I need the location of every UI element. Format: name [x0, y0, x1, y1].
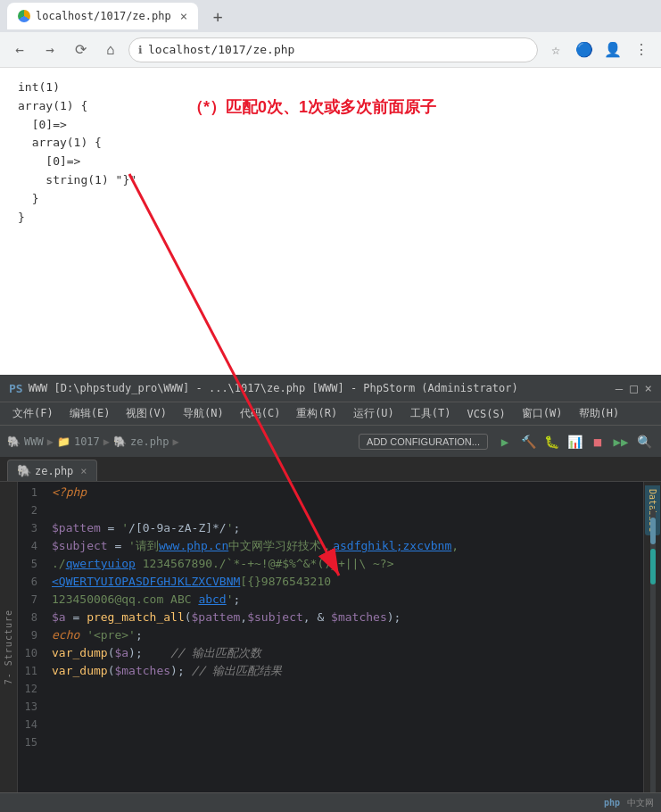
menu-window[interactable]: 窗口(W) [515, 404, 570, 423]
scrollbar-highlight [650, 549, 656, 584]
breadcrumb-elephant: 🐘 [7, 435, 21, 448]
menu-vcs[interactable]: VCS(S) [460, 406, 513, 422]
code-line-11: var_dump ( $matches ); // 输出匹配结果 [45, 662, 643, 680]
code-line-13 [45, 698, 643, 716]
phpstorm-title: WWW [D:\phpstudy_pro\WWW] - ...\1017\ze.… [29, 382, 518, 394]
code-line-5: ./qwertyuiop 1234567890./`*-+~!@#$%^&*()… [45, 555, 643, 573]
menu-view[interactable]: 视图(V) [119, 404, 174, 423]
phpstorm-logo: PS [9, 382, 23, 395]
menu-edit[interactable]: 编辑(E) [62, 404, 118, 423]
breadcrumb-elephant2: 🐘 [113, 435, 127, 448]
security-icon: ℹ [138, 44, 143, 56]
search-everywhere-icon[interactable]: 🔍 [634, 432, 654, 452]
browser-titlebar: localhost/1017/ze.php × + [0, 0, 661, 32]
phpstorm-menubar: 文件(F) 编辑(E) 视图(V) 导航(N) 代码(C) 重构(R) 运行(U… [0, 402, 661, 425]
php-output: int(1) array(1) { [0]=> array(1) { [0]=>… [18, 79, 643, 227]
code-area[interactable]: <?php $pattem = '/[0-9a-zA-Z]*/' ; $subj… [45, 482, 643, 812]
extension-icon[interactable]: 🔵 [572, 37, 597, 62]
browser-toolbar-right: ☆ 🔵 👤 ⋮ [543, 37, 654, 62]
forward-button[interactable]: → [37, 37, 62, 62]
php-logo: php [604, 798, 620, 808]
code-line-2 [45, 501, 643, 519]
tab-title: localhost/1017/ze.php [36, 10, 171, 22]
run-button[interactable]: ▶ [495, 432, 515, 452]
tab-elephant-icon: 🐘 [17, 464, 31, 477]
menu-help[interactable]: 帮助(H) [572, 404, 627, 423]
code-line-10: var_dump ( $a ); // 输出匹配次数 [45, 644, 643, 662]
home-button[interactable]: ⌂ [98, 37, 123, 62]
address-bar[interactable]: ℹ localhost/1017/ze.php [128, 37, 538, 62]
structure-label: 7- Structure [4, 609, 13, 684]
code-line-7: 123450006@qq.com ABC abcd' ; [45, 591, 643, 609]
browser-toolbar: ← → ⟳ ⌂ ℹ localhost/1017/ze.php ☆ 🔵 👤 ⋮ [0, 32, 661, 68]
menu-run[interactable]: 运行(U) [346, 404, 401, 423]
phpstorm-toolbar: 🐘 WWW ▶ 📁 1017 ▶ 🐘 ze.php ▶ ADD CONFIGUR… [0, 425, 661, 457]
url-text: localhost/1017/ze.php [148, 43, 294, 56]
phpstorm-statusbar: php 中文网 [0, 792, 661, 812]
add-configuration-button[interactable]: ADD CONFIGURATION... [359, 434, 488, 450]
code-line-15 [45, 733, 643, 751]
debug-icon[interactable]: 🐛 [541, 432, 561, 452]
close-button[interactable]: × [645, 381, 652, 395]
reload-button[interactable]: ⟳ [68, 37, 93, 62]
breadcrumb: 🐘 WWW ▶ 📁 1017 ▶ 🐘 ze.php ▶ [7, 435, 355, 448]
scrollbar-track[interactable] [650, 509, 656, 808]
chinese-network-label: 中文网 [627, 797, 654, 809]
breadcrumb-1017[interactable]: 1017 [74, 435, 100, 448]
maximize-button[interactable]: □ [630, 381, 637, 395]
browser-window: localhost/1017/ze.php × + ← → ⟳ ⌂ ℹ loca… [0, 0, 661, 375]
new-tab-button[interactable]: + [205, 4, 230, 29]
code-line-12 [45, 680, 643, 698]
menu-navigate[interactable]: 导航(N) [176, 404, 231, 423]
coverage-icon[interactable]: 📊 [565, 432, 584, 452]
tab-close-icon[interactable]: × [80, 465, 87, 477]
profile-icon[interactable]: 👤 [600, 37, 625, 62]
window-controls: – □ × [616, 381, 652, 395]
line-numbers: 1 2 3 4 5 6 7 8 9 10 11 12 13 14 15 [18, 482, 45, 812]
editor-area: 7- Structure 1 2 3 4 5 6 7 8 9 10 11 12 … [0, 482, 661, 812]
breadcrumb-folder: 📁 [57, 435, 70, 448]
code-line-8: $a = preg_match_all ( $pattem , $subject… [45, 609, 643, 626]
code-line-6: <QWERTYUIOPASDFGHJKLZXCVBNM[{}9876543210 [45, 573, 643, 591]
toolbar-icons: ▶ 🔨 🐛 📊 ■ ▶▶ 🔍 [495, 432, 654, 452]
resume-button[interactable]: ▶▶ [611, 432, 631, 452]
code-line-1: <?php [45, 484, 643, 501]
minimize-button[interactable]: – [616, 381, 623, 395]
code-line-14 [45, 716, 643, 733]
back-button[interactable]: ← [7, 37, 32, 62]
right-panel: Database [643, 482, 661, 812]
menu-refactor[interactable]: 重构(R) [289, 404, 344, 423]
tab-filename: ze.php [35, 465, 73, 477]
menu-tools[interactable]: 工具(T) [403, 404, 459, 423]
bookmark-icon[interactable]: ☆ [543, 37, 568, 62]
breadcrumb-file[interactable]: ze.php [130, 435, 169, 448]
breadcrumb-www[interactable]: WWW [24, 435, 44, 448]
tab-favicon [18, 10, 30, 22]
menu-file[interactable]: 文件(F) [5, 404, 61, 423]
code-line-4: $subject = '请到www.php.cn中文网学习好技术，asdfghi… [45, 537, 643, 555]
phpstorm-titlebar: PS WWW [D:\phpstudy_pro\WWW] - ...\1017\… [0, 375, 661, 402]
browser-content: int(1) array(1) { [0]=> array(1) { [0]=>… [0, 68, 661, 375]
structure-panel[interactable]: 7- Structure [0, 482, 18, 812]
stop-button[interactable]: ■ [588, 432, 607, 452]
phpstorm-window: PS WWW [D:\phpstudy_pro\WWW] - ...\1017\… [0, 375, 661, 812]
browser-tab[interactable]: localhost/1017/ze.php × [7, 3, 198, 29]
editor-tab-ze-php[interactable]: 🐘 ze.php × [7, 460, 97, 481]
tab-close-button[interactable]: × [180, 9, 187, 23]
editor-tabs: 🐘 ze.php × [0, 457, 661, 482]
menu-code[interactable]: 代码(C) [233, 404, 288, 423]
code-line-9: echo '<pre>' ; [45, 626, 643, 644]
code-line-3: $pattem = '/[0-9a-zA-Z]*/' ; [45, 519, 643, 537]
build-icon[interactable]: 🔨 [518, 432, 538, 452]
scrollbar-thumb[interactable] [650, 518, 656, 544]
menu-icon[interactable]: ⋮ [629, 37, 654, 62]
